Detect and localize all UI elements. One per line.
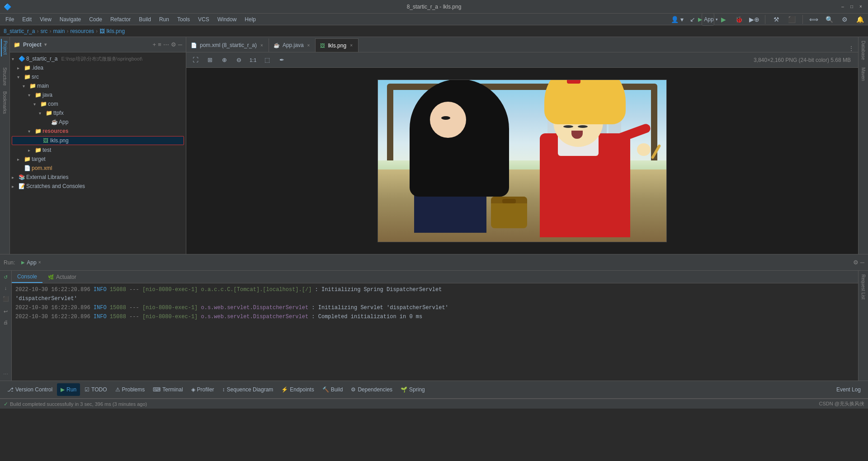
tree-scratches[interactable]: ▸ 📝 Scratches and Consoles [10, 182, 186, 191]
log-lvl-3: INFO [94, 314, 107, 320]
fit-content-button[interactable]: ⛶ [190, 55, 201, 66]
todo-tab[interactable]: ☑ TODO [81, 383, 110, 396]
sequence-diagram-tab[interactable]: ↕ Sequence Diagram [219, 383, 277, 396]
project-tab[interactable]: Project [1, 39, 9, 56]
breadcrumb-part-src[interactable]: src [40, 28, 47, 34]
scroll-down-button[interactable]: ↓ [1, 283, 10, 292]
structure-tab[interactable]: Structure [1, 66, 8, 88]
run-tab[interactable]: ▶ Run [57, 383, 80, 396]
run-config-selector[interactable]: ▶ App ▾ [702, 13, 714, 26]
dependencies-tab[interactable]: ⚙ Dependencies [347, 383, 396, 396]
menu-window[interactable]: Window [214, 15, 241, 24]
tree-lkls-png[interactable]: 🖼 lkls.png [12, 136, 184, 145]
stop-console-button[interactable]: ⬛ [1, 294, 10, 303]
console-gear-icon[interactable]: ⚙ [853, 259, 859, 266]
event-log-button[interactable]: Event Log [833, 383, 864, 396]
menu-view[interactable]: View [36, 15, 55, 24]
tree-pom[interactable]: 📄 pom.xml [10, 164, 186, 173]
collapse-all-icon[interactable]: ≡ [158, 41, 161, 48]
app-tab-close[interactable]: × [307, 42, 311, 48]
menu-edit[interactable]: Edit [19, 15, 35, 24]
grid-button[interactable]: ⊞ [204, 55, 215, 66]
tree-external-libs[interactable]: ▸ 📚 External Libraries [10, 173, 186, 182]
maximize-button[interactable]: □ [848, 3, 855, 10]
tree-ttpfx[interactable]: ▾ 📁 ttpfx [10, 108, 186, 118]
tab-lkls-png[interactable]: 🖼 lkls.png × [316, 38, 359, 52]
debug-button[interactable]: 🐞 [732, 13, 745, 26]
gear-icon[interactable]: ⚙ [171, 41, 176, 48]
tab-app-java[interactable]: ☕ App.java × [269, 38, 316, 52]
bookmarks-tab[interactable]: Bookmarks [1, 89, 8, 116]
zoom-in-button[interactable]: ⊕ [219, 55, 230, 66]
project-panel-header: 📁 Project ▾ + ≡ ⋯ ⚙ ─ [10, 37, 186, 52]
build-project-button[interactable]: ⚒ [770, 13, 783, 26]
event-log-tab[interactable]: Event Log [833, 383, 864, 396]
problems-tab[interactable]: ⚠ Problems [112, 383, 149, 396]
translate-button[interactable]: ⟺ [807, 13, 820, 26]
maven-panel-tab[interactable]: Maven [860, 64, 867, 85]
breadcrumb-part-project[interactable]: 8_startic_r_a [4, 28, 35, 34]
tree-main[interactable]: ▾ 📁 main [10, 81, 186, 90]
search-button[interactable]: 🔍 [823, 13, 835, 26]
breadcrumb-part-file[interactable]: 🖼 lkls.png [99, 28, 125, 34]
menu-build[interactable]: Build [135, 15, 155, 24]
tree-target[interactable]: ▸ 📁 target [10, 155, 186, 164]
settings-button[interactable]: ⚙ [838, 13, 851, 26]
new-file-icon[interactable]: + [153, 41, 156, 48]
more-actions-button[interactable]: ⋯ [1, 370, 10, 379]
menu-file[interactable]: File [2, 15, 18, 24]
lkls-tab-close[interactable]: × [349, 42, 354, 48]
print-button[interactable]: 🖨 [1, 318, 10, 327]
tree-idea[interactable]: ▸ 📁 .idea [10, 63, 186, 72]
menu-run[interactable]: Run [156, 15, 173, 24]
menu-help[interactable]: Help [241, 15, 259, 24]
tree-root[interactable]: ▾ 🔷 8_startic_r_a E:\hsp培训\分布式微服务\spring… [10, 54, 186, 63]
minimize-button[interactable]: – [839, 3, 846, 10]
profiler-tab[interactable]: ◈ Profiler [188, 383, 218, 396]
options-icon[interactable]: ⋯ [163, 41, 169, 48]
close-button[interactable]: × [857, 3, 864, 10]
zoom-out-button[interactable]: ⊖ [233, 55, 244, 66]
endpoints-tab[interactable]: ⚡ Endpoints [278, 383, 317, 396]
tree-app[interactable]: ☕ App [10, 118, 186, 127]
border-button[interactable]: ⬚ [262, 55, 273, 66]
breadcrumb-part-main[interactable]: main [53, 28, 65, 34]
menu-navigate[interactable]: Navigate [56, 15, 85, 24]
wrap-text-button[interactable]: ↩ [1, 307, 10, 316]
hide-panel-icon[interactable]: ─ [178, 41, 182, 48]
tree-java[interactable]: ▾ 📁 java [10, 90, 186, 99]
breadcrumb-part-resources[interactable]: resources [70, 28, 94, 34]
build-tab[interactable]: 🔨 Build [319, 383, 347, 396]
notifications-button[interactable]: 🔔 [854, 13, 866, 26]
tree-test[interactable]: ▸ 📁 test [10, 146, 186, 155]
version-control-tab[interactable]: ⎇ Version Control [4, 383, 56, 396]
spring-tab[interactable]: 🌱 Spring [397, 383, 429, 396]
tree-resources[interactable]: ▾ 📁 resources [10, 127, 186, 136]
actual-size-button[interactable]: 1:1 [248, 55, 258, 66]
stop-button[interactable]: ⬛ [785, 13, 798, 26]
console-tab[interactable]: Console [12, 271, 42, 283]
app-run-close[interactable]: × [38, 260, 41, 265]
app-run-tab[interactable]: ▶ App × [18, 255, 44, 270]
account-button[interactable]: 👤 ▾ [671, 13, 684, 26]
vcs-update-button[interactable]: ↙ [686, 13, 699, 26]
run-coverage-button[interactable]: ▶⊕ [748, 13, 760, 26]
run-button[interactable]: ▶ [717, 13, 730, 26]
console-minimize-icon[interactable]: ─ [860, 259, 864, 266]
tab-pom-xml[interactable]: 📄 pom.xml (8_startic_r_a) × [186, 38, 269, 52]
pick-color-button[interactable]: ✒ [276, 55, 287, 66]
menu-refactor[interactable]: Refactor [107, 15, 134, 24]
pom-tab-close[interactable]: × [259, 42, 264, 48]
database-panel-tab[interactable]: Database [860, 37, 867, 64]
terminal-tab[interactable]: ⌨ Terminal [149, 383, 186, 396]
menu-vcs[interactable]: VCS [194, 15, 213, 24]
actuator-tab[interactable]: 🌿 Actuator [42, 271, 82, 283]
project-dropdown-arrow[interactable]: ▾ [44, 42, 47, 47]
rerun-button[interactable]: ↺ [1, 273, 10, 282]
menu-code[interactable]: Code [85, 15, 106, 24]
tree-src[interactable]: ▾ 📁 src [10, 72, 186, 81]
menu-tools[interactable]: Tools [174, 15, 193, 24]
request-list-tab[interactable]: Request List [860, 271, 867, 303]
tree-com[interactable]: ▾ 📁 com [10, 99, 186, 108]
tab-overflow[interactable]: ⋮ [844, 45, 858, 52]
